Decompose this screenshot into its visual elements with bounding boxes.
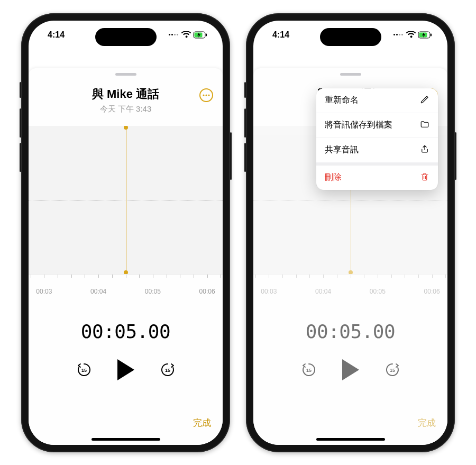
wifi-icon (406, 31, 416, 38)
skip-forward-15-button[interactable]: 15 (159, 361, 177, 379)
home-indicator[interactable] (91, 438, 160, 441)
hw-volume-down (20, 143, 21, 172)
sheet-grabber[interactable] (340, 73, 361, 76)
menu-rename-label: 重新命名 (325, 95, 359, 106)
hw-power-button (455, 132, 456, 180)
svg-text:15: 15 (164, 368, 170, 373)
tick-label: 00:05 (145, 288, 161, 295)
screen: 4:14 與 Mike 通話 今天 下午 3:43 (29, 21, 223, 445)
timeline-labels: 00:03 00:04 00:05 00:06 (29, 286, 223, 288)
recording-sheet: 與 Mike 通話 今天 下午 3:43 00 (29, 68, 223, 445)
done-button[interactable]: 完成 (418, 417, 436, 429)
dynamic-island (320, 28, 381, 46)
timeline-labels: 00:03 00:04 00:05 00:06 (253, 286, 447, 288)
playback-controls: 15 15 (253, 358, 447, 381)
tick-label: 00:04 (315, 288, 331, 295)
skip-forward-15-button[interactable]: 15 (383, 361, 401, 379)
phone-frame-right: 4:14 與 Mike 通話 今天 下午 3:43 (246, 13, 455, 452)
hw-volume-down (244, 143, 246, 172)
svg-point-4 (205, 94, 207, 96)
folder-icon (420, 120, 429, 131)
battery-charging-icon (418, 31, 433, 39)
more-popover: 重新命名 將音訊儲存到檔案 共享音訊 刪除 (316, 88, 438, 190)
svg-text:15: 15 (306, 368, 311, 373)
waveform-area[interactable] (29, 126, 223, 274)
sheet-grabber[interactable] (115, 73, 136, 76)
status-time: 4:14 (272, 30, 289, 40)
elapsed-time: 00:05.00 (253, 321, 447, 342)
menu-rename[interactable]: 重新命名 (316, 88, 438, 113)
menu-share[interactable]: 共享音訊 (316, 138, 438, 162)
skip-back-15-button[interactable]: 15 (300, 361, 318, 379)
more-button[interactable] (199, 88, 213, 102)
hw-power-button (230, 132, 232, 180)
hw-volume-up (244, 108, 246, 138)
battery-charging-icon (193, 31, 208, 39)
home-indicator[interactable] (316, 438, 385, 441)
cellular-signal-icon (393, 34, 403, 35)
wifi-icon (181, 31, 191, 38)
timeline-ticks (29, 274, 223, 286)
trash-icon (420, 172, 429, 184)
svg-point-3 (203, 94, 204, 96)
skip-back-15-button[interactable]: 15 (75, 361, 93, 379)
hw-mute-switch (20, 82, 21, 98)
svg-text:15: 15 (389, 368, 395, 373)
recording-header: 與 Mike 通話 今天 下午 3:43 (29, 86, 223, 114)
playback-controls: 15 15 (29, 358, 223, 381)
tick-label: 00:03 (36, 288, 52, 295)
status-time: 4:14 (48, 30, 65, 40)
done-button[interactable]: 完成 (193, 417, 211, 429)
tick-label: 00:03 (261, 288, 277, 295)
play-button[interactable] (340, 358, 361, 381)
menu-delete-label: 刪除 (325, 172, 342, 183)
tick-label: 00:05 (370, 288, 386, 295)
recording-subtitle: 今天 下午 3:43 (37, 104, 214, 114)
menu-delete[interactable]: 刪除 (316, 166, 438, 190)
recording-title: 與 Mike 通話 (37, 86, 214, 102)
menu-save-label: 將音訊儲存到檔案 (325, 120, 392, 131)
tick-label: 00:06 (424, 288, 440, 295)
share-icon (420, 144, 429, 156)
timeline-ticks (253, 274, 447, 286)
svg-point-5 (208, 94, 209, 96)
pencil-icon (420, 95, 429, 106)
menu-save-to-files[interactable]: 將音訊儲存到檔案 (316, 113, 438, 138)
phone-frame-left: 4:14 與 Mike 通話 今天 下午 3:43 (21, 13, 230, 452)
svg-rect-2 (206, 33, 207, 36)
cellular-signal-icon (169, 34, 178, 35)
svg-rect-11 (431, 33, 432, 36)
menu-share-label: 共享音訊 (325, 144, 359, 156)
screen: 4:14 與 Mike 通話 今天 下午 3:43 (253, 21, 447, 445)
hw-mute-switch (244, 82, 246, 98)
elapsed-time: 00:05.00 (29, 321, 223, 342)
tick-label: 00:06 (199, 288, 215, 295)
dynamic-island (95, 28, 157, 46)
play-button[interactable] (115, 358, 136, 381)
playhead[interactable] (126, 126, 127, 274)
svg-text:15: 15 (81, 368, 86, 373)
hw-volume-up (20, 108, 21, 138)
tick-label: 00:04 (90, 288, 106, 295)
